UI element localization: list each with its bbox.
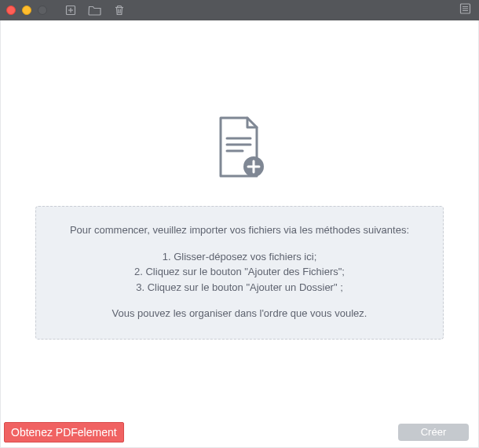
- add-file-icon[interactable]: [64, 4, 77, 17]
- minimize-button[interactable]: [22, 6, 31, 15]
- panel-icon[interactable]: [459, 3, 471, 18]
- bottom-bar: Obtenez PDFelement Créer: [1, 420, 478, 447]
- toolbar: [64, 4, 126, 17]
- instruction-step-2: 2. Cliquez sur le bouton "Ajouter des Fi…: [49, 264, 430, 280]
- instructions-steps: 1. Glisser-déposez vos fichiers ici; 2. …: [49, 249, 430, 296]
- instruction-step-3: 3. Cliquez sur le bouton "Ajouter un Dos…: [49, 280, 430, 296]
- instruction-step-1: 1. Glisser-déposez vos fichiers ici;: [49, 249, 430, 265]
- titlebar: [0, 0, 479, 20]
- instructions-box: Pour commencer, veuillez importer vos fi…: [35, 206, 444, 340]
- drop-zone[interactable]: Pour commencer, veuillez importer vos fi…: [35, 115, 444, 340]
- maximize-button: [38, 6, 47, 15]
- window-controls: [6, 6, 47, 15]
- promo-button[interactable]: Obtenez PDFelement: [4, 422, 124, 442]
- create-button: Créer: [398, 424, 469, 441]
- close-button[interactable]: [6, 6, 16, 15]
- content-area: Pour commencer, veuillez importer vos fi…: [0, 20, 479, 448]
- trash-icon[interactable]: [113, 4, 126, 17]
- instructions-footer: Vous pouvez les organiser dans l'ordre q…: [49, 306, 430, 321]
- instructions-heading: Pour commencer, veuillez importer vos fi…: [49, 222, 430, 238]
- document-add-icon: [211, 115, 268, 187]
- folder-icon[interactable]: [88, 4, 102, 17]
